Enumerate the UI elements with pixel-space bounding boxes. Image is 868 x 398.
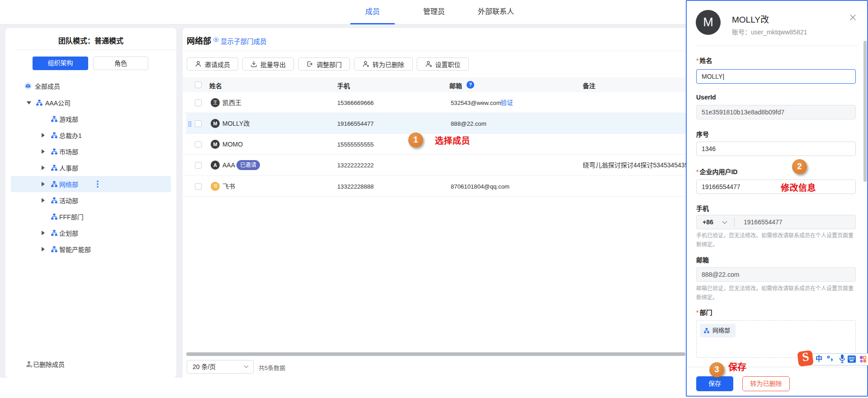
svg-text:?: ?: [469, 82, 472, 87]
